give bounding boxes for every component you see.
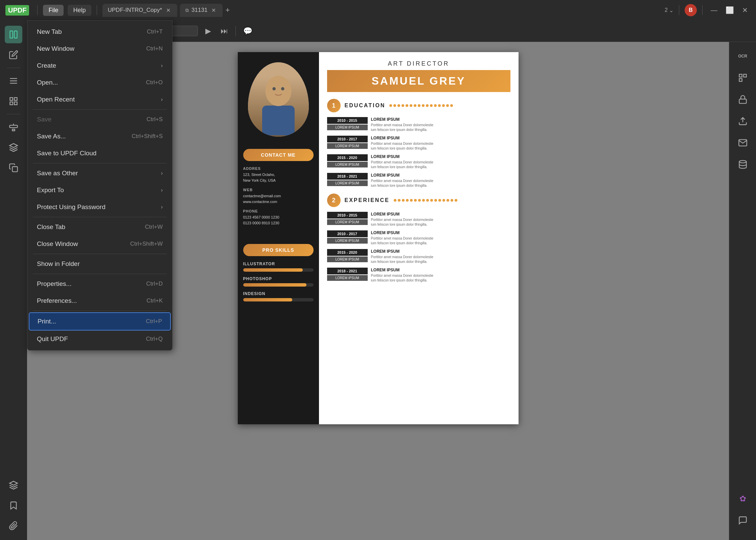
exp-title-3: LOREM IPSUM [371,268,510,272]
comment-button[interactable]: 💬 [241,25,254,38]
edu-title-0: LOREM IPSUM [371,117,510,122]
menu-item-new-tab[interactable]: New TabCtrl+T [29,23,171,40]
menu-item-label-close-tab: Close Tab [37,223,65,231]
sidebar-icon-bookmark[interactable] [5,497,22,514]
menu-item-save-as[interactable]: Save As...Ctrl+Shift+S [29,128,171,145]
close-window-button[interactable]: ✕ [739,5,751,16]
edu-pos-0: LOREM IPSUM [327,125,368,130]
experience-number: 2 [327,194,341,207]
menu-item-open-recent[interactable]: Open Recent› [29,91,171,108]
menu-item-show-folder[interactable]: Show in Folder [29,255,171,272]
edu-text-1: Porttitor amet massa Doner dolormolestie… [371,141,510,151]
menu-item-quit[interactable]: Quit UPDFCtrl+Q [29,331,171,347]
edu-date-col-0: 2010 - 2015 LOREM IPSUM [327,117,368,132]
right-sidebar-scan[interactable] [734,69,752,87]
exp-entry-0: 2010 - 2015 LOREM IPSUM LOREM IPSUM Port… [327,212,510,227]
sidebar-icon-layers[interactable] [5,139,22,156]
sidebar-bottom [5,476,22,535]
svg-rect-5 [10,98,13,100]
sidebar-icon-reader[interactable] [5,26,22,43]
tab-1-close[interactable]: ✕ [165,6,172,14]
menu-item-close-tab[interactable]: Close TabCtrl+W [29,219,171,235]
sidebar-icon-grid[interactable] [5,92,22,110]
menu-item-shortcut-close-tab: Ctrl+W [145,224,163,230]
menu-separator-after-preferences [33,311,167,311]
menu-item-preferences[interactable]: Preferences...Ctrl+K [29,292,171,309]
pdf-contact-section: CONTACT ME ADDRES 123, Street Oclaho,New… [238,143,319,236]
exp-date-0: 2010 - 2015 [327,212,368,219]
exp-desc-2: LOREM IPSUM Porttitor amet massa Doner d… [371,249,510,264]
phone-value: 0123 4567 0000 12300123 0000 8910 1230 [243,215,314,226]
address-label: ADDRES [243,166,314,171]
menu-item-export-to[interactable]: Export To› [29,182,171,199]
menu-item-close-window[interactable]: Close WindowCtrl+Shift+W [29,235,171,252]
right-sidebar-chat[interactable] [734,512,752,529]
edu-desc-2: LOREM IPSUM Porttitor amet massa Doner d… [371,154,510,170]
exp-text-0: Porttitor amet massa Doner dolormolestie… [371,218,510,227]
menu-item-label-preferences: Preferences... [37,297,77,305]
svg-marker-9 [9,143,17,148]
maximize-button[interactable]: ⬜ [723,5,737,16]
right-sidebar-share[interactable] [734,112,752,130]
sidebar-icon-attach[interactable] [5,517,22,535]
menu-separator-after-close-window [33,254,167,254]
edu-date-col-3: 2018 - 2021 LOREM IPSUM [327,173,368,188]
skill-photoshop: PHOTOSHOP [243,276,314,287]
menu-item-create[interactable]: Create› [29,57,171,74]
menu-item-shortcut-save: Ctrl+S [146,116,163,123]
right-sidebar-db[interactable] [734,156,752,173]
skill-illustrator: ILLUSTRATOR [243,262,314,272]
menu-item-arrow-create: › [161,63,163,69]
menu-item-shortcut-quit: Ctrl+Q [146,336,163,342]
svg-rect-1 [14,31,17,38]
education-title: EDUCATION [345,103,386,109]
menu-item-shortcut-print: Ctrl+P [146,318,162,325]
svg-rect-10 [13,167,18,172]
tab-2-close[interactable]: ✕ [210,6,217,14]
menu-item-properties[interactable]: Properties...Ctrl+D [29,275,171,292]
sidebar-icon-stamp[interactable] [5,118,22,136]
exp-date-col-3: 2018 - 2021 LOREM IPSUM [327,268,368,283]
minimize-button[interactable]: — [708,5,720,16]
exp-pos-0: LOREM IPSUM [327,219,368,225]
sidebar-icon-layers-b[interactable] [5,476,22,494]
menu-item-save-to-cloud[interactable]: Save to UPDF Cloud [29,145,171,162]
experience-dots [394,199,510,202]
menu-item-save-as-other[interactable]: Save as Other› [29,165,171,182]
add-tab-button[interactable]: + [225,6,230,15]
sidebar-icon-list[interactable] [5,72,22,90]
menu-item-protect-password[interactable]: Protect Using Password› [29,199,171,216]
help-menu-button[interactable]: Help [68,5,91,16]
menu-item-label-protect-password: Protect Using Password [37,203,106,211]
edu-date-col-1: 2010 - 2017 LOREM IPSUM [327,136,368,151]
exp-text-3: Porttitor amet massa Doner dolormolestie… [371,273,510,283]
last-page-button[interactable]: ⏭ [219,25,230,38]
menu-item-arrow-protect-password: › [161,204,163,210]
menu-item-print[interactable]: Print...Ctrl+P [29,312,171,331]
exp-date-col-2: 2015 - 2020 LOREM IPSUM [327,249,368,264]
file-menu-button[interactable]: File [43,5,64,16]
menu-item-open[interactable]: Open...Ctrl+O [29,74,171,91]
tab-1[interactable]: UPDF-INTRO_Copy* ✕ [102,4,178,17]
menu-item-new-window[interactable]: New WindowCtrl+N [29,40,171,57]
user-avatar[interactable]: B [685,4,697,16]
right-sidebar-ocr[interactable]: OCR [734,47,752,65]
right-sidebar-mail[interactable] [734,134,752,152]
titlebar-divider-2 [97,5,97,15]
tab-2[interactable]: ⧉ 31131 ✕ [180,4,223,17]
right-sidebar-lock[interactable] [734,91,752,108]
sidebar-icon-edit[interactable] [5,46,22,64]
svg-rect-17 [743,74,746,77]
tab-2-icon: ⧉ [185,7,189,13]
skills-header: PRO SKILLS [243,244,314,256]
pdf-job-title: ART DIRECTOR [327,60,510,67]
sidebar-divider-2 [7,114,20,114]
edu-date-3: 2018 - 2021 [327,173,368,180]
menu-item-shortcut-new-window: Ctrl+N [146,45,163,52]
pdf-right-column: ART DIRECTOR SAMUEL GREY 1 EDUCATION [319,52,519,424]
right-sidebar-flower[interactable]: ✿ [734,490,752,508]
exp-text-1: Porttitor amet massa Doner dolormolestie… [371,236,510,246]
next-page-button[interactable]: ▶ [203,25,213,38]
sidebar-icon-copy[interactable] [5,159,22,177]
exp-date-col-1: 2010 - 2017 LOREM IPSUM [327,230,368,246]
